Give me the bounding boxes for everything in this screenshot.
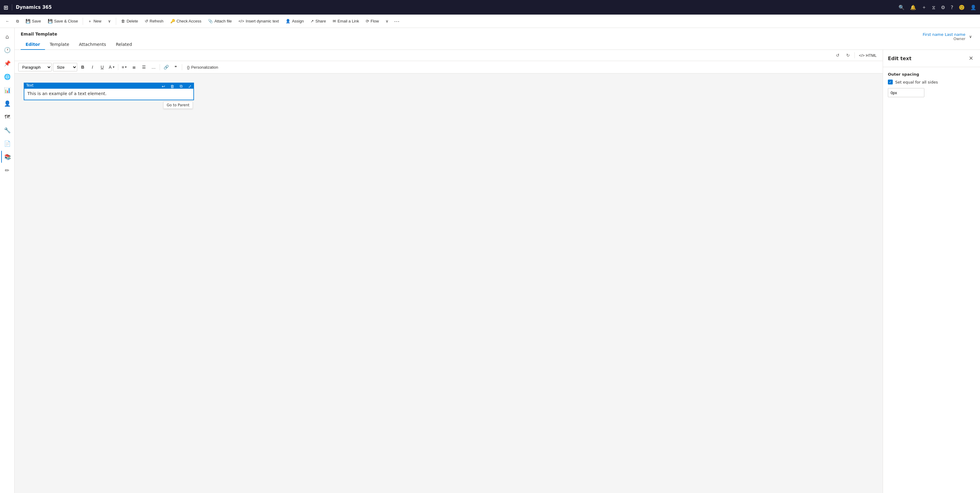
go-to-parent-tooltip[interactable]: Go to Parent: [163, 101, 193, 109]
sidebar-item-contact[interactable]: 👤: [1, 97, 13, 109]
new-dropdown-icon: ∨: [108, 19, 111, 24]
set-equal-row: ✓ Set equal for all sides: [888, 79, 975, 84]
check-access-button[interactable]: 🔑 Check Access: [167, 16, 205, 26]
share-button[interactable]: ↗ Share: [307, 16, 329, 26]
tab-attachments[interactable]: Attachments: [74, 40, 111, 50]
more-format-icon: …: [151, 65, 156, 70]
back-icon: ←: [5, 19, 10, 24]
tab-related[interactable]: Related: [111, 40, 137, 50]
sidebar-item-home[interactable]: ⌂: [1, 30, 13, 43]
assign-button[interactable]: 👤 Assign: [283, 16, 307, 26]
sidebar-item-report[interactable]: 📊: [1, 84, 13, 96]
attach-label: Attach file: [214, 19, 232, 24]
insert-dynamic-icon: </>: [239, 19, 244, 24]
email-link-button[interactable]: ✉ Email a Link: [329, 16, 362, 26]
owner-dropdown-button[interactable]: ∨: [967, 32, 974, 41]
tab-template[interactable]: Template: [45, 40, 74, 50]
new-icon: ＋: [88, 19, 92, 24]
list-ol-icon: ≣: [132, 65, 136, 70]
sidebar-item-document[interactable]: 📄: [1, 137, 13, 149]
editor-toolbar: Paragraph Size B I U A: [14, 61, 883, 73]
list-ul-button[interactable]: ☰: [140, 63, 148, 71]
top-bar-icons: 🔍 🔔 ＋ ⧖ ⚙ ? 🙂 👤: [899, 4, 976, 11]
tab-editor[interactable]: Editor: [21, 40, 45, 50]
sidebar-item-library[interactable]: 📚: [1, 151, 13, 163]
outer-spacing-label: Outer spacing: [888, 72, 975, 76]
refresh-button[interactable]: ↺ Refresh: [142, 16, 167, 26]
more-button[interactable]: ⋯: [392, 16, 401, 26]
sidebar-item-signature[interactable]: ✏: [1, 164, 13, 176]
right-panel-title: Edit text: [888, 55, 912, 61]
add-icon[interactable]: ＋: [922, 4, 926, 11]
text-element-bar: Text ↩ 🗑 ⧉ ⤢: [24, 82, 194, 88]
set-equal-checkbox[interactable]: ✓: [888, 79, 893, 84]
new-button[interactable]: ＋ New: [85, 16, 104, 26]
redo-button[interactable]: ↻: [843, 51, 853, 60]
right-panel-body: Outer spacing ✓ Set equal for all sides …: [883, 67, 980, 102]
toolbar-divider-3: [182, 64, 182, 70]
delete-button[interactable]: 🗑 Delete: [118, 16, 141, 26]
save-close-button[interactable]: 💾 Save & Close: [45, 16, 81, 26]
sidebar-item-recent[interactable]: 🕐: [1, 44, 13, 56]
toolbar-divider-1: [118, 64, 118, 70]
filter-icon[interactable]: ⧖: [932, 5, 935, 10]
html-button[interactable]: </> HTML: [857, 51, 879, 60]
flow-button[interactable]: ⟳ Flow: [363, 16, 382, 26]
share-icon: ↗: [310, 19, 314, 24]
personalization-button[interactable]: {} Personalization: [184, 63, 221, 71]
underline-button[interactable]: U: [98, 63, 107, 71]
editor-main: ↺ ↻ </> HTML Paragraph Size: [14, 50, 883, 493]
more-format-button[interactable]: …: [149, 63, 158, 71]
owner-label: Owner: [923, 37, 966, 41]
italic-button[interactable]: I: [88, 63, 97, 71]
editor-content: ↺ ↻ </> HTML Paragraph Size: [14, 50, 980, 493]
sidebar-item-globe[interactable]: 🌐: [1, 70, 13, 82]
canvas-area: Text ↩ 🗑 ⧉ ⤢ This is an example of a tex…: [14, 73, 883, 195]
text-element-content[interactable]: This is an example of a text element. Go…: [24, 88, 194, 100]
checkbox-check-icon: ✓: [889, 81, 891, 84]
size-select[interactable]: Size: [53, 63, 77, 71]
quote-button[interactable]: ❝: [172, 63, 180, 71]
face-icon[interactable]: 🙂: [959, 5, 965, 10]
search-icon[interactable]: 🔍: [899, 5, 905, 10]
sidebar-item-map[interactable]: 🗺: [1, 111, 13, 123]
delete-icon: 🗑: [121, 19, 125, 24]
attach-file-button[interactable]: 📎 Attach file: [205, 16, 235, 26]
undo-redo-bar: ↺ ↻ </> HTML: [14, 50, 883, 61]
help-icon[interactable]: ?: [951, 5, 953, 10]
link-icon: 🔗: [164, 65, 169, 70]
sidebar-item-pin[interactable]: 📌: [1, 57, 13, 69]
popup-button[interactable]: ⧉: [13, 16, 22, 26]
flow-dropdown-button[interactable]: ∨: [382, 16, 391, 26]
italic-icon: I: [92, 65, 93, 70]
refresh-label: Refresh: [150, 19, 164, 24]
font-color-dropdown[interactable]: ▼: [112, 66, 115, 69]
align-dropdown[interactable]: ▼: [124, 66, 127, 69]
font-color-icon: A: [109, 65, 111, 70]
brand-logo: ⊞: [4, 4, 8, 11]
font-color-button[interactable]: A ▼: [108, 63, 116, 71]
notification-icon[interactable]: 🔔: [910, 5, 916, 10]
right-panel-close-button[interactable]: ✕: [967, 54, 975, 63]
save-button[interactable]: 💾 Save: [22, 16, 44, 26]
paragraph-select[interactable]: Paragraph: [18, 63, 52, 71]
bold-button[interactable]: B: [78, 63, 87, 71]
insert-dynamic-button[interactable]: </> Insert dynamic text: [235, 16, 282, 26]
sidebar-item-tool[interactable]: 🔧: [1, 124, 13, 136]
list-ul-icon: ☰: [142, 65, 146, 70]
back-button[interactable]: ←: [2, 16, 13, 26]
link-button[interactable]: 🔗: [162, 63, 170, 71]
popup-icon: ⧉: [16, 19, 19, 24]
align-icon: ≡: [122, 65, 124, 70]
profile-icon[interactable]: 👤: [970, 5, 976, 10]
record-header: Email Template Editor Template Attachmen…: [14, 28, 980, 50]
list-ol-button[interactable]: ≣: [130, 63, 138, 71]
new-dropdown-button[interactable]: ∨: [105, 16, 114, 26]
align-button[interactable]: ≡ ▼: [120, 63, 129, 71]
settings-icon[interactable]: ⚙: [941, 5, 945, 10]
attach-icon: 📎: [208, 19, 213, 24]
undo-button[interactable]: ↺: [833, 51, 842, 60]
spacing-input[interactable]: [888, 89, 924, 96]
record-header-left: Email Template Editor Template Attachmen…: [21, 32, 137, 49]
owner-name[interactable]: First name Last name: [923, 32, 966, 37]
